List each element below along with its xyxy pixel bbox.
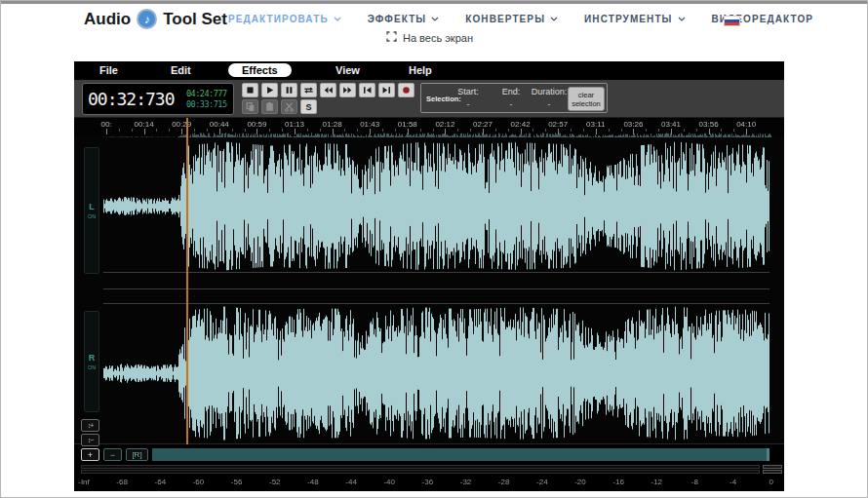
- fast-forward-button[interactable]: [339, 83, 356, 97]
- skip-start-button[interactable]: [359, 83, 375, 97]
- menu-item-edit[interactable]: Edit: [165, 63, 197, 77]
- vertical-zoom-out-button[interactable]: ↕−: [81, 434, 99, 446]
- ruler-tick: [746, 129, 747, 134]
- db-scale-label: 0: [769, 478, 772, 486]
- ruler-tick: [169, 129, 170, 132]
- ruler-tick: [207, 129, 208, 132]
- ruler-tick: [269, 129, 270, 132]
- music-note-icon: ♪: [137, 9, 157, 29]
- editor-menubar: FileEditEffectsViewHelp: [74, 61, 784, 80]
- ruler-tick: [132, 129, 133, 132]
- vertical-zoom-in-button[interactable]: ↕+: [81, 419, 99, 432]
- time-display: 00:32:730 04:24:777 00:33:715: [82, 83, 234, 115]
- ruler-tick: [194, 129, 195, 132]
- waveform-canvas-right[interactable]: [103, 305, 769, 441]
- right-channel-toggle[interactable]: R ON: [84, 311, 99, 412]
- waveform-canvas-left[interactable]: [103, 140, 769, 272]
- ruler-time-label: 00:14: [135, 120, 154, 129]
- left-channel-toggle[interactable]: L ON: [84, 147, 99, 274]
- ruler-tick: [470, 129, 471, 132]
- nav-item-конвертеры[interactable]: КОНВЕРТЕРЫ: [465, 14, 558, 24]
- ruler-time-label: 01:28: [323, 120, 342, 129]
- nav-item-редактировать[interactable]: РЕДАКТИРОВАТЬ: [228, 14, 341, 24]
- selection-duration-value: -: [532, 99, 568, 109]
- loop-icon: [303, 85, 314, 96]
- russian-flag-icon[interactable]: [724, 16, 740, 26]
- stop-icon: [245, 85, 256, 96]
- play-button[interactable]: [261, 83, 278, 97]
- db-scale-label: -Inf: [78, 478, 90, 486]
- zoom-in-button[interactable]: +: [81, 448, 99, 461]
- pause-button[interactable]: [281, 83, 297, 97]
- ruler-tick: [545, 129, 546, 132]
- ruler-tick: [320, 129, 321, 132]
- timeline-ruler[interactable]: 00:00:1400:2900:4400:5901:1301:2801:4301…: [74, 118, 784, 137]
- selection-duration-label: Duration:: [532, 87, 568, 96]
- clear-selection-button[interactable]: clear selection: [568, 87, 605, 111]
- playhead-cursor[interactable]: [186, 118, 188, 444]
- horizontal-scrollbar[interactable]: [152, 448, 769, 461]
- ruler-time-label: 02:27: [473, 120, 493, 129]
- ruler-tick: [533, 129, 533, 132]
- ruler-tick: [232, 129, 233, 132]
- ruler-tick: [646, 129, 647, 132]
- channel-divider-grip[interactable]: [103, 288, 769, 289]
- zoom-reset-button[interactable]: [R]: [126, 448, 148, 461]
- db-scale-label: -4: [730, 478, 736, 486]
- skip-end-button[interactable]: [378, 83, 395, 97]
- fullscreen-icon: [386, 31, 397, 44]
- ruler-tick: [609, 129, 610, 132]
- total-time: 04:24:777: [186, 89, 227, 98]
- loop-button[interactable]: [300, 83, 317, 97]
- record-button[interactable]: [398, 83, 414, 97]
- db-scale-label: -28: [498, 478, 510, 486]
- copy-button[interactable]: [242, 99, 258, 114]
- selection-panel: Selection: Start: - End: - Duration: - c…: [420, 83, 608, 113]
- ruler-tick: [245, 129, 246, 132]
- ruler-time-label: 01:58: [398, 120, 417, 129]
- fullscreen-label: На весь экран: [403, 32, 473, 44]
- ruler-tick: [483, 129, 484, 134]
- ruler-tick: [633, 129, 634, 134]
- channel-divider-line: [103, 303, 769, 304]
- current-time: 00:32:730: [83, 89, 186, 109]
- solo-button[interactable]: S: [300, 99, 317, 114]
- ruler-tick: [508, 129, 509, 132]
- nav-item-эффекты[interactable]: ЭФФЕКТЫ: [368, 14, 440, 24]
- ruler-tick: [219, 129, 220, 134]
- menu-item-help[interactable]: Help: [403, 63, 438, 77]
- fast-forward-icon: [342, 85, 353, 96]
- zoom-out-button[interactable]: −: [103, 448, 122, 461]
- ruler-tick: [709, 129, 710, 134]
- transport-controls: S: [242, 83, 414, 116]
- db-scale-label: -32: [460, 478, 472, 486]
- stop-button[interactable]: [242, 83, 258, 97]
- ruler-tick: [256, 129, 257, 134]
- ruler-tick: [558, 129, 559, 134]
- rewind-button[interactable]: [320, 83, 336, 97]
- nav-item-инструменты[interactable]: ИНСТРУМЕНТЫ: [584, 14, 685, 24]
- menu-item-view[interactable]: View: [330, 63, 366, 77]
- menu-item-file[interactable]: File: [94, 63, 124, 77]
- ruler-tick: [658, 129, 659, 132]
- db-scale-label: -56: [231, 478, 243, 486]
- db-scale-label: -44: [345, 478, 357, 486]
- level-meter-left: [81, 465, 760, 469]
- fullscreen-button[interactable]: На весь экран: [386, 31, 473, 44]
- paste-button[interactable]: [261, 99, 278, 114]
- cut-icon: [284, 101, 295, 112]
- copy-icon: [245, 101, 256, 112]
- ruler-time-label: 00:59: [247, 120, 266, 129]
- db-scale-label: -64: [155, 478, 167, 486]
- menu-item-effects[interactable]: Effects: [228, 63, 292, 77]
- db-scale-label: -16: [612, 478, 624, 486]
- ruler-tick: [344, 129, 345, 132]
- ruler-tick: [181, 129, 182, 134]
- cut-button[interactable]: [281, 99, 297, 114]
- paste-icon: [264, 101, 275, 112]
- db-scale-label: -24: [536, 478, 548, 486]
- nav-item-label: КОНВЕРТЕРЫ: [465, 14, 545, 24]
- ruler-tick: [621, 129, 622, 132]
- site-logo[interactable]: Audio ♪ Tool Set: [84, 9, 227, 29]
- ruler-tick: [295, 129, 296, 134]
